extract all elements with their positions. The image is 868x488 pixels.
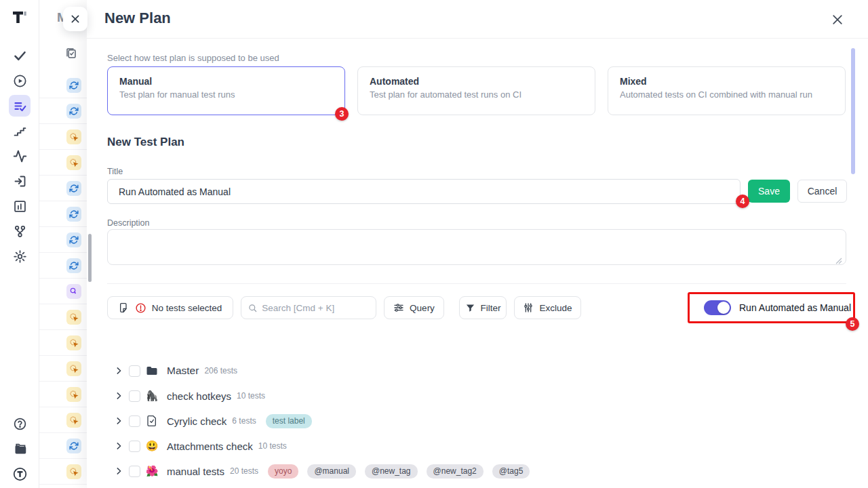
exclude-sliders-icon <box>523 302 534 313</box>
exclude-button[interactable]: Exclude <box>514 296 581 319</box>
hibiscus-emoji-icon: 🌺 <box>145 465 159 477</box>
projects-sidebar: M Sn Sn eff ex ex pla on pla aa qu en im… <box>39 0 87 488</box>
save-button[interactable]: Save <box>748 180 790 203</box>
sync-run-icon <box>66 207 81 222</box>
modal-title: New Plan <box>104 9 171 27</box>
nav-analytics-icon[interactable] <box>9 195 31 217</box>
sync-run-icon <box>66 439 81 453</box>
nav-check-icon[interactable] <box>9 45 31 66</box>
nav-steps-icon[interactable] <box>9 120 31 142</box>
plan-type-automated[interactable]: Automated Test plan for automated test r… <box>357 66 595 115</box>
query-button[interactable]: Query <box>384 296 444 319</box>
sync-run-icon <box>66 258 81 273</box>
nav-test-plans-icon[interactable] <box>9 95 31 117</box>
chevron-right-icon[interactable] <box>114 416 123 426</box>
drawer-close-button[interactable] <box>63 7 87 31</box>
chevron-right-icon[interactable] <box>114 366 123 375</box>
sync-run-icon <box>66 181 81 196</box>
help-icon[interactable] <box>9 413 31 434</box>
no-tests-selected-button[interactable]: No tests selected <box>107 296 233 319</box>
step-badge-3: 3 <box>335 107 349 121</box>
run-automated-toggle[interactable] <box>704 300 731 315</box>
title-input[interactable] <box>107 179 741 204</box>
nav-gear-icon[interactable] <box>9 245 31 267</box>
search-input[interactable] <box>262 303 369 313</box>
tree-row-attachments-check[interactable]: 😃 Attachments check 10 tests <box>87 434 868 458</box>
modal-header <box>87 0 868 39</box>
docs-icon[interactable] <box>9 438 31 460</box>
manual-run-icon <box>66 310 81 325</box>
query-label: Query <box>410 303 435 313</box>
manual-run-icon <box>66 464 81 479</box>
row-checkbox[interactable] <box>129 441 140 452</box>
row-checkbox[interactable] <box>129 365 140 377</box>
row-checkbox[interactable] <box>129 415 140 427</box>
target-run-icon <box>66 284 81 299</box>
tree-row-check-hotkeys[interactable]: 🦍 check hotkeys 10 tests <box>87 384 868 408</box>
suite-label-pill: yoyo <box>268 464 298 479</box>
card-desc: Test plan for automated test runs on CI <box>370 89 583 100</box>
exclude-label: Exclude <box>539 303 572 313</box>
alert-icon <box>135 302 146 314</box>
smiley-emoji-icon: 😃 <box>145 440 159 452</box>
suite-name: Master <box>167 365 199 377</box>
suite-count: 6 tests <box>232 416 256 426</box>
nav-play-circle-icon[interactable] <box>9 70 31 92</box>
plan-type-cards: Manual Test plan for manual test runs 3 … <box>107 66 846 115</box>
description-textarea[interactable] <box>107 229 846 265</box>
suite-name: manual tests <box>167 466 224 477</box>
suite-label-pill: test label <box>266 414 312 428</box>
manual-run-icon <box>66 413 81 428</box>
resize-grip-icon[interactable] <box>835 255 842 267</box>
step-badge-4: 4 <box>736 195 749 208</box>
suite-count: 20 tests <box>230 466 258 476</box>
chevron-right-icon[interactable] <box>114 466 123 476</box>
suite-tag-pill: @new_tag2 <box>427 464 484 479</box>
icon-rail <box>0 0 39 488</box>
new-plan-modal: New Plan Select how test plan is suppose… <box>87 0 868 488</box>
nav-branch-icon[interactable] <box>9 220 31 242</box>
chevron-right-icon[interactable] <box>114 441 123 451</box>
card-desc: Automated tests on CI combined with manu… <box>620 89 833 100</box>
modal-scrollbar[interactable] <box>851 48 855 174</box>
toggle-label: Run Automated as Manual <box>739 302 851 313</box>
test-doc-icon <box>119 302 130 313</box>
query-sliders-icon <box>393 302 404 313</box>
chevron-right-icon[interactable] <box>114 391 123 401</box>
suite-count: 10 tests <box>237 391 265 401</box>
logo-badge-icon[interactable] <box>9 463 31 485</box>
tree-row-master[interactable]: Master 206 tests <box>87 359 868 383</box>
tree-row-manual-tests[interactable]: 🌺 manual tests 20 tests yoyo @manual @ne… <box>87 459 868 483</box>
suite-count: 206 tests <box>204 366 237 375</box>
modal-close-icon[interactable] <box>830 12 845 27</box>
suite-name: check hotkeys <box>167 390 231 402</box>
checklist-icon[interactable] <box>65 47 77 62</box>
card-title: Manual <box>119 76 333 87</box>
sidebar-scrollbar[interactable] <box>88 234 92 282</box>
suite-tag-pill: @new_tag <box>365 464 418 479</box>
sync-run-icon <box>66 78 81 93</box>
document-check-icon <box>145 415 159 427</box>
nav-activity-icon[interactable] <box>9 145 31 167</box>
row-checkbox[interactable] <box>129 390 140 402</box>
manual-run-icon <box>66 155 81 170</box>
search-icon <box>248 303 257 313</box>
cancel-button[interactable]: Cancel <box>797 180 847 203</box>
card-desc: Test plan for manual test runs <box>119 89 333 100</box>
search-box <box>241 296 376 319</box>
run-automated-toggle-highlight: Run Automated as Manual <box>688 292 855 323</box>
form-heading: New Test Plan <box>107 136 184 149</box>
step-badge-5: 5 <box>846 317 859 331</box>
suite-tag-pill: @tag5 <box>492 464 530 479</box>
gorilla-emoji-icon: 🦍 <box>145 390 159 402</box>
filter-button[interactable]: Filter <box>459 296 507 319</box>
tree-row-cyrylic-check[interactable]: Cyrylic check 6 tests test label <box>87 409 868 433</box>
plan-type-manual[interactable]: Manual Test plan for manual test runs 3 <box>107 66 345 115</box>
row-checkbox[interactable] <box>129 466 140 477</box>
plan-type-mixed[interactable]: Mixed Automated tests on CI combined wit… <box>608 66 846 115</box>
nav-login-icon[interactable] <box>9 170 31 192</box>
app-logo-icon[interactable] <box>10 8 29 27</box>
suite-tag-pill: @manual <box>307 464 356 479</box>
section-divider <box>107 283 846 284</box>
no-tests-label: No tests selected <box>152 303 222 313</box>
